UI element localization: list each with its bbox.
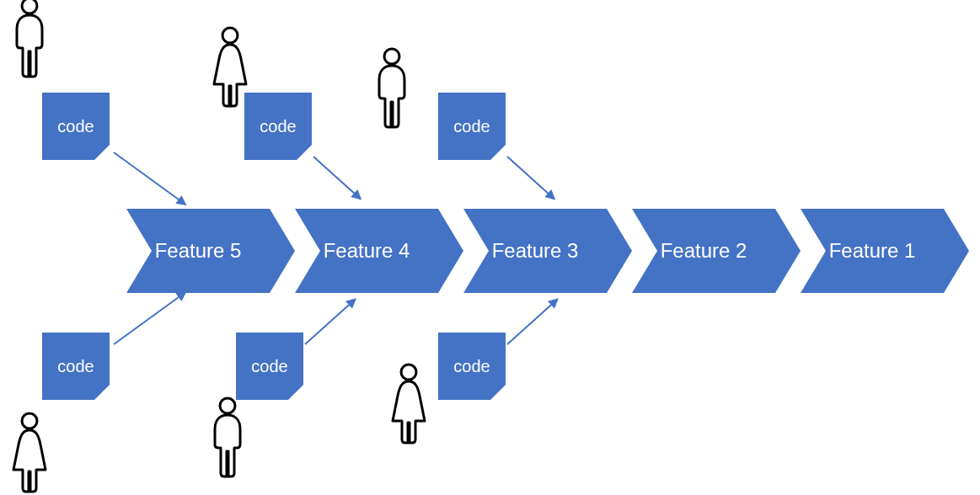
feature-arrow-1: Feature 1 [801, 209, 944, 293]
feature-arrow-3: Feature 3 [463, 209, 607, 293]
connector-arrow [113, 291, 185, 344]
feature-label: Feature 2 [661, 239, 747, 263]
person-male-icon [371, 46, 413, 134]
code-note-label: code [453, 117, 490, 136]
feature-label: Feature 4 [324, 239, 410, 263]
person-male-icon [8, 0, 51, 83]
person-male-icon [206, 396, 249, 483]
code-note-label: code [251, 357, 287, 376]
connector-arrow [304, 299, 356, 345]
connector-arrow [113, 152, 185, 205]
feature-arrow-4: Feature 4 [295, 209, 438, 293]
code-note-label: code [260, 117, 296, 136]
code-note: code [236, 333, 303, 400]
connector-arrow [506, 299, 558, 345]
connector-arrow [506, 156, 554, 200]
feature-label: Feature 5 [155, 239, 242, 263]
diagram-canvas: code code code Feature 5 Feature 4 Featu… [0, 0, 980, 495]
person-female-icon [388, 362, 430, 450]
feature-arrow-5: Feature 5 [126, 209, 270, 293]
code-note-label: code [57, 117, 94, 136]
code-note: code [438, 93, 506, 160]
code-note-label: code [453, 357, 490, 376]
feature-label: Feature 3 [492, 239, 579, 263]
feature-arrow-2: Feature 2 [632, 209, 775, 293]
person-female-icon [8, 411, 51, 495]
code-note: code [438, 333, 506, 400]
code-note: code [244, 93, 312, 160]
code-note-label: code [57, 357, 94, 376]
code-note: code [42, 93, 110, 160]
feature-label: Feature 1 [829, 239, 916, 263]
code-note: code [42, 333, 110, 400]
connector-arrow [313, 156, 361, 200]
